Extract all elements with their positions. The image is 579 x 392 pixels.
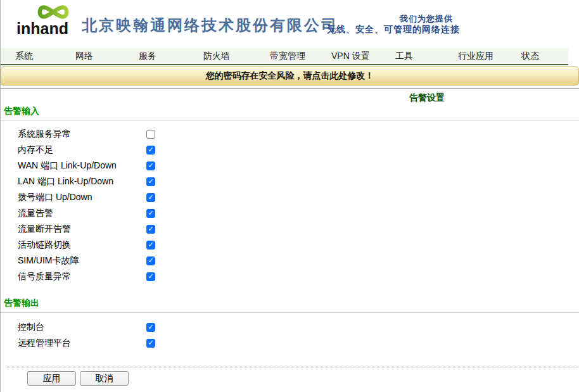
alarm-checkbox[interactable] bbox=[146, 161, 155, 170]
alarm-input-rows: 系统服务异常 内存不足 WAN 端口 Link-Up/Down LAN 端口 L… bbox=[1, 126, 579, 284]
alarm-checkbox[interactable] bbox=[146, 209, 155, 218]
alarm-checkbox[interactable] bbox=[146, 272, 155, 281]
section-divider bbox=[1, 120, 579, 121]
alarm-output-heading: 告警输出 bbox=[4, 298, 579, 307]
alarm-row-label: WAN 端口 Link-Up/Down bbox=[18, 160, 146, 172]
alarm-input-heading: 告警输入 bbox=[4, 106, 579, 115]
apply-button[interactable]: 应用 bbox=[27, 371, 76, 386]
main-nav: 系统 网络 服务 防火墙 带宽管理 VPN 设置 工具 行业应用 状态 bbox=[1, 48, 568, 65]
nav-item-tools[interactable]: 工具 bbox=[395, 51, 413, 62]
alarm-row-label: 活动链路切换 bbox=[18, 239, 146, 251]
nav-item-system[interactable]: 系统 bbox=[15, 51, 33, 62]
alarm-row: LAN 端口 Link-Up/Down bbox=[1, 174, 579, 189]
password-warning-text: 您的密码存在安全风险，请点击此处修改！ bbox=[206, 70, 374, 82]
password-warning-banner[interactable]: 您的密码存在安全风险，请点击此处修改！ bbox=[1, 66, 579, 85]
nav-item-vpn[interactable]: VPN 设置 bbox=[331, 51, 370, 62]
nav-item-firewall[interactable]: 防火墙 bbox=[203, 51, 230, 62]
alarm-row-label: 拨号端口 Up/Down bbox=[18, 192, 146, 203]
alarm-row-label: 流量断开告警 bbox=[18, 224, 146, 235]
alarm-row-label: SIM/UIM卡故障 bbox=[18, 255, 146, 267]
alarm-row: 控制台 bbox=[1, 319, 579, 335]
alarm-checkbox[interactable] bbox=[146, 323, 155, 332]
alarm-row: 信号质量异常 bbox=[1, 269, 579, 284]
logo-wordmark: inhand bbox=[16, 21, 75, 37]
alarm-row-label: 信号质量异常 bbox=[18, 271, 146, 282]
alarm-row-label: 远程管理平台 bbox=[18, 338, 146, 349]
company-name: 北京映翰通网络技术股份有限公司 bbox=[82, 15, 338, 35]
alarm-checkbox[interactable] bbox=[146, 130, 155, 139]
slogan: 我们为您提供 无线、安全、可管理的网络连接 bbox=[322, 14, 464, 35]
button-divider bbox=[6, 367, 579, 367]
alarm-row: 流量断开告警 bbox=[1, 221, 579, 237]
nav-item-industry[interactable]: 行业应用 bbox=[458, 51, 493, 62]
alarm-row: SIM/UIM卡故障 bbox=[1, 253, 579, 269]
alarm-row: 系统服务异常 bbox=[1, 126, 579, 142]
section-divider bbox=[1, 312, 579, 313]
cancel-button[interactable]: 取消 bbox=[80, 371, 129, 386]
alarm-row: 内存不足 bbox=[1, 142, 579, 158]
alarm-checkbox[interactable] bbox=[146, 146, 155, 155]
nav-item-network[interactable]: 网络 bbox=[75, 51, 93, 62]
page-root: inhand 北京映翰通网络技术股份有限公司 我们为您提供 无线、安全、可管理的… bbox=[0, 0, 579, 392]
nav-item-bandwidth[interactable]: 带宽管理 bbox=[270, 51, 305, 62]
alarm-row-label: 内存不足 bbox=[18, 144, 146, 156]
slogan-line2: 无线、安全、可管理的网络连接 bbox=[322, 24, 464, 35]
alarm-row-label: 控制台 bbox=[18, 322, 146, 333]
alarm-checkbox[interactable] bbox=[146, 256, 155, 265]
alarm-row-label: LAN 端口 Link-Up/Down bbox=[18, 176, 146, 187]
alarm-checkbox[interactable] bbox=[146, 193, 155, 202]
page-title: 告警设置 bbox=[409, 93, 579, 102]
alarm-row: 远程管理平台 bbox=[1, 335, 579, 351]
alarm-row: WAN 端口 Link-Up/Down bbox=[1, 158, 579, 174]
logo: inhand bbox=[16, 3, 75, 37]
alarm-output-rows: 控制台 远程管理平台 bbox=[1, 319, 579, 351]
alarm-row: 拨号端口 Up/Down bbox=[1, 189, 579, 205]
alarm-checkbox[interactable] bbox=[146, 339, 155, 348]
infinity-icon bbox=[35, 3, 71, 22]
alarm-row-label: 系统服务异常 bbox=[18, 129, 146, 140]
alarm-row-label: 流量告警 bbox=[18, 208, 146, 219]
alarm-checkbox[interactable] bbox=[146, 225, 155, 234]
main-content: 告警设置 告警输入 系统服务异常 内存不足 WAN 端口 Link-Up/Dow… bbox=[1, 89, 579, 386]
alarm-checkbox[interactable] bbox=[146, 241, 155, 250]
nav-item-services[interactable]: 服务 bbox=[139, 51, 156, 62]
button-row: 应用 取消 bbox=[27, 371, 579, 386]
header: inhand 北京映翰通网络技术股份有限公司 我们为您提供 无线、安全、可管理的… bbox=[1, 0, 579, 48]
nav-item-status[interactable]: 状态 bbox=[521, 51, 539, 62]
slogan-line1: 我们为您提供 bbox=[322, 14, 464, 24]
alarm-row: 活动链路切换 bbox=[1, 237, 579, 253]
alarm-checkbox[interactable] bbox=[146, 177, 155, 186]
alarm-row: 流量告警 bbox=[1, 205, 579, 221]
